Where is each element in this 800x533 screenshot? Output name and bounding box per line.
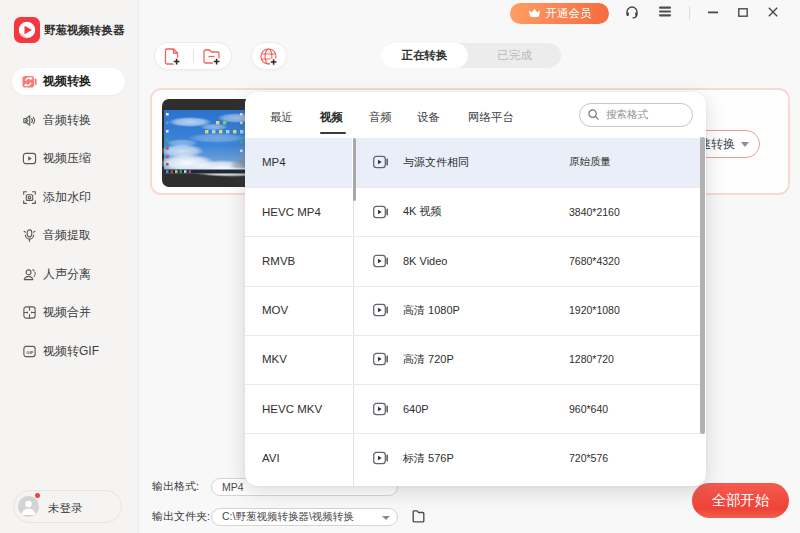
svg-text:GIF: GIF [26, 349, 34, 354]
